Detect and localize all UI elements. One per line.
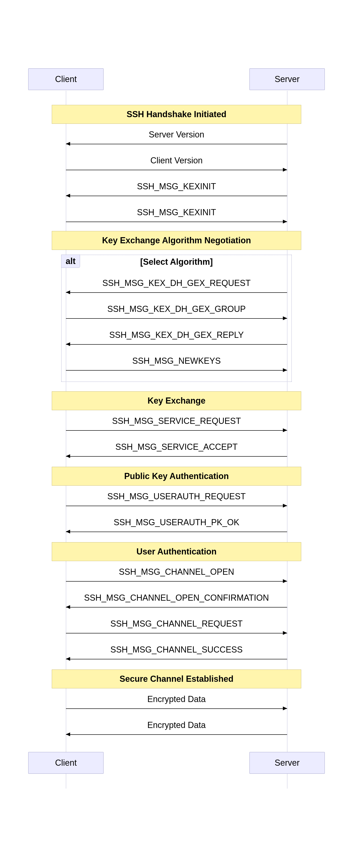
arrow-m6 (66, 318, 287, 319)
arrowhead-m13 (283, 579, 287, 583)
note-secure-channel-label: Secure Channel Established (119, 674, 234, 684)
note-ssh-handshake: SSH Handshake Initiated (52, 105, 301, 124)
msg-encrypted-1: Encrypted Data (66, 694, 287, 704)
arrowhead-m1 (66, 142, 70, 146)
msg-channel-request: SSH_MSG_CHANNEL_REQUEST (66, 619, 287, 629)
arrow-m13 (66, 581, 287, 582)
participant-server-bottom-label: Server (275, 758, 299, 768)
note-user-auth-label: User Authentication (137, 547, 217, 556)
msg-userauth-request: SSH_MSG_USERAUTH_REQUEST (66, 492, 287, 501)
arrow-m12 (66, 532, 287, 532)
msg-encrypted-2: Encrypted Data (66, 720, 287, 730)
arrowhead-m5 (66, 290, 70, 294)
arrow-m4 (66, 222, 287, 222)
arrow-m11 (66, 506, 287, 506)
arrow-m1 (66, 144, 287, 144)
arrow-m14 (66, 607, 287, 608)
note-ssh-handshake-label: SSH Handshake Initiated (127, 110, 226, 119)
msg-newkeys: SSH_MSG_NEWKEYS (66, 356, 287, 366)
msg-channel-open: SSH_MSG_CHANNEL_OPEN (66, 567, 287, 577)
note-pubkey-auth-label: Public Key Authentication (124, 471, 229, 481)
arrowhead-m2 (283, 168, 287, 172)
note-key-exchange: Key Exchange (52, 391, 301, 410)
msg-server-version: Server Version (66, 130, 287, 140)
msg-channel-success: SSH_MSG_CHANNEL_SUCCESS (66, 645, 287, 655)
participant-client-bottom-label: Client (55, 758, 77, 768)
arrowhead-m17 (283, 707, 287, 710)
participant-server-bottom: Server (249, 752, 325, 774)
arrow-m16 (66, 659, 287, 659)
participant-client-bottom: Client (28, 752, 104, 774)
note-pubkey-auth: Public Key Authentication (52, 467, 301, 486)
arrow-m17 (66, 708, 287, 709)
msg-service-accept: SSH_MSG_SERVICE_ACCEPT (66, 442, 287, 452)
msg-kexinit-2: SSH_MSG_KEXINIT (66, 208, 287, 217)
note-kex-negotiation: Key Exchange Algorithm Negotiation (52, 231, 301, 250)
msg-userauth-pk-ok: SSH_MSG_USERAUTH_PK_OK (66, 518, 287, 527)
arrowhead-m11 (283, 504, 287, 507)
msg-kexinit-1: SSH_MSG_KEXINIT (66, 182, 287, 191)
msg-client-version: Client Version (66, 156, 287, 165)
msg-channel-open-confirm: SSH_MSG_CHANNEL_OPEN_CONFIRMATION (66, 593, 287, 603)
arrowhead-m10 (66, 454, 70, 458)
arrowhead-m9 (283, 428, 287, 432)
msg-gex-group: SSH_MSG_KEX_DH_GEX_GROUP (66, 304, 287, 314)
arrowhead-m16 (66, 657, 70, 661)
participant-server-top: Server (249, 68, 325, 90)
arrow-m7 (66, 344, 287, 345)
note-user-auth: User Authentication (52, 542, 301, 561)
arrowhead-m18 (66, 733, 70, 736)
arrowhead-m6 (283, 316, 287, 320)
msg-service-request: SSH_MSG_SERVICE_REQUEST (66, 416, 287, 426)
arrow-m18 (66, 734, 287, 735)
arrowhead-m3 (66, 194, 70, 197)
arrowhead-m12 (66, 530, 70, 533)
participant-client-top: Client (28, 68, 104, 90)
arrow-m9 (66, 430, 287, 431)
arrow-m5 (66, 292, 287, 293)
arrowhead-m7 (66, 342, 70, 346)
arrowhead-m4 (283, 220, 287, 223)
participant-client-top-label: Client (55, 74, 77, 84)
arrow-m3 (66, 196, 287, 196)
arrow-m10 (66, 456, 287, 457)
msg-gex-reply: SSH_MSG_KEX_DH_GEX_REPLY (66, 330, 287, 340)
arrow-m8 (66, 370, 287, 371)
note-key-exchange-label: Key Exchange (147, 396, 206, 405)
participant-server-top-label: Server (275, 74, 299, 84)
arrow-m2 (66, 170, 287, 170)
arrowhead-m14 (66, 605, 70, 609)
arrow-m15 (66, 633, 287, 633)
arrowhead-m15 (283, 631, 287, 635)
alt-title: [Select Algorithm] (66, 257, 287, 267)
note-secure-channel: Secure Channel Established (52, 670, 301, 688)
note-kex-negotiation-label: Key Exchange Algorithm Negotiation (102, 236, 251, 245)
msg-gex-request: SSH_MSG_KEX_DH_GEX_REQUEST (66, 278, 287, 288)
arrowhead-m8 (283, 368, 287, 372)
